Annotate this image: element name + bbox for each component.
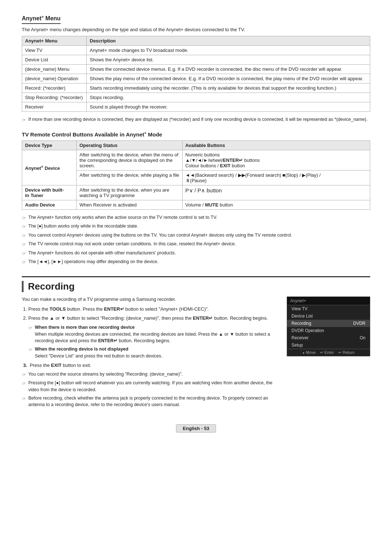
status-audio: When Receiver is activated bbox=[77, 200, 183, 209]
recording-section: Recording You can make a recording of a … bbox=[22, 276, 370, 410]
note-icon: ☞ bbox=[22, 371, 26, 379]
anynet-screen-items: View TVDevice ListRecordingDVDRDVDR Oper… bbox=[287, 305, 370, 349]
note-icon: ☞ bbox=[22, 395, 26, 402]
sub-note-more-devices: ☞ When there is more than one recording … bbox=[28, 324, 278, 360]
table-row: View TVAnynet+ mode changes to TV broadc… bbox=[22, 46, 370, 55]
note-icon: ☞ bbox=[22, 259, 26, 266]
anynet-screen-item: RecordingDVDR bbox=[287, 320, 370, 327]
status-anynet-1: After switching to the device, when the … bbox=[77, 150, 183, 170]
recording-content: You can make a recording of a TV program… bbox=[22, 296, 370, 410]
note-icon: ☞ bbox=[22, 380, 26, 387]
anynet-screen-item: ReceiverOn bbox=[287, 334, 370, 341]
col-header-buttons: Available Buttons bbox=[182, 140, 370, 150]
anynet-menu-section: Anynet+ Menu The Anynet+ menu changes de… bbox=[22, 15, 370, 124]
col-header-device: Device Type bbox=[22, 140, 77, 150]
anynet-screen-item: Setup bbox=[287, 341, 370, 349]
recording-image-column: Anynet+ View TVDevice ListRecordingDVDRD… bbox=[287, 296, 370, 410]
recording-note: ☞You can record the source streams by se… bbox=[22, 371, 278, 379]
buttons-anynet-1: Numeric buttons ▲/▼/◄/►/wheel/ENTER↵ but… bbox=[182, 150, 370, 170]
table-row: Audio Device When Receiver is activated … bbox=[22, 200, 370, 209]
status-tuner: After switching to the device, when you … bbox=[77, 185, 183, 200]
table-row: Anynet+ Device After switching to the de… bbox=[22, 150, 370, 170]
buttons-audio: Volume / MUTE button bbox=[182, 200, 370, 209]
recording-intro: You can make a recording of a TV program… bbox=[22, 296, 278, 302]
tv-remote-notes: ☞The Anynet+ function only works when th… bbox=[22, 214, 370, 266]
table-row: ReceiverSound is played through the rece… bbox=[22, 102, 370, 112]
status-anynet-2: After switching to the device, while pla… bbox=[77, 170, 183, 185]
note-icon: ☞ bbox=[22, 232, 26, 240]
tv-remote-note: ☞The [●] button works only while in the … bbox=[22, 223, 370, 230]
device-anynet: Anynet+ Device bbox=[22, 150, 77, 185]
tv-remote-table: Device Type Operating Status Available B… bbox=[22, 140, 370, 210]
anynet-screen-header: Anynet+ bbox=[287, 297, 370, 305]
anynet-menu-intro: The Anynet+ menu changes depending on th… bbox=[22, 27, 370, 32]
buttons-anynet-2: ◄◄(Backward search) / ▶▶(Forward search)… bbox=[182, 170, 370, 185]
col-header-opstate: Operating Status bbox=[77, 140, 183, 150]
recording-step-3: 3. Press the EXIT button to exit. bbox=[23, 363, 278, 368]
recording-note: ☞Pressing the [●] button will record wha… bbox=[22, 380, 278, 393]
buttons-tuner: P∨ / P∧ button bbox=[182, 185, 370, 200]
anynet-screen-item: DVDR Operation bbox=[287, 327, 370, 334]
col-header-description: Description bbox=[87, 36, 370, 46]
tv-remote-title: TV Remote Control Buttons Available in A… bbox=[22, 131, 370, 138]
table-row: Stop Recording: (*recorder)Stops recordi… bbox=[22, 93, 370, 102]
tv-remote-note: ☞The Anynet+ functions do not operate wi… bbox=[22, 250, 370, 257]
note-icon: ☞ bbox=[22, 223, 26, 230]
tv-remote-note: ☞The TV remote control may not work unde… bbox=[22, 241, 370, 248]
tv-remote-note: ☞The Anynet+ function only works when th… bbox=[22, 214, 370, 222]
table-row: (device_name) MenuShows the connected de… bbox=[22, 65, 370, 74]
tv-remote-note: ☞The [◄◄], [►►] operations may differ de… bbox=[22, 258, 370, 266]
table-row: Device with built-in Tuner After switchi… bbox=[22, 185, 370, 200]
table-row: (device_name) OperationShows the play me… bbox=[22, 74, 370, 83]
col-header-menu: Anynet+ Menu bbox=[22, 36, 87, 46]
device-tuner: Device with built-in Tuner bbox=[22, 185, 77, 200]
anynet-screen-box: Anynet+ View TVDevice ListRecordingDVDRD… bbox=[287, 296, 370, 356]
recording-title: Recording bbox=[22, 281, 370, 292]
anynet-screen-item: View TV bbox=[287, 305, 370, 312]
anynet-screen-item: Device List bbox=[287, 312, 370, 320]
anynet-menu-title: Anynet+ Menu bbox=[22, 15, 61, 24]
anynet-screen-footer: ⬥ Move ↵ Enter ↩ Return bbox=[287, 349, 370, 356]
recording-note: ☞Before recording, check whether the ant… bbox=[22, 395, 278, 409]
table-row: Record: (*recorder)Starts recording imme… bbox=[22, 83, 370, 93]
anynet-menu-note: ☞ If more than one recording device is c… bbox=[22, 116, 370, 124]
note-icon: ☞ bbox=[22, 214, 26, 222]
recording-notes: ☞You can record the source streams by se… bbox=[22, 371, 278, 409]
recording-step-2: Press the ▲ or ▼ button to select "Recor… bbox=[28, 315, 278, 359]
recording-text-column: You can make a recording of a TV program… bbox=[22, 296, 278, 410]
note-icon-notdisplayed: ☞ bbox=[28, 346, 33, 353]
device-audio: Audio Device bbox=[22, 200, 77, 209]
tv-remote-section: TV Remote Control Buttons Available in A… bbox=[22, 131, 370, 266]
note-icon-more: ☞ bbox=[28, 324, 33, 332]
footer-bar: English - 53 bbox=[22, 424, 370, 433]
recording-steps-list: Press the TOOLS button. Press the ENTER↵… bbox=[22, 306, 278, 360]
tv-remote-note: ☞You cannot control Anynet+ devices usin… bbox=[22, 232, 370, 240]
table-row: Device ListShows the Anynet+ device list… bbox=[22, 55, 370, 65]
note-icon: ☞ bbox=[22, 116, 26, 124]
note-icon: ☞ bbox=[22, 241, 26, 248]
note-icon: ☞ bbox=[22, 250, 26, 257]
anynet-menu-table: Anynet+ Menu Description View TVAnynet+ … bbox=[22, 36, 370, 112]
recording-step-1: Press the TOOLS button. Press the ENTER↵… bbox=[28, 306, 278, 313]
footer-label: English - 53 bbox=[176, 424, 216, 433]
